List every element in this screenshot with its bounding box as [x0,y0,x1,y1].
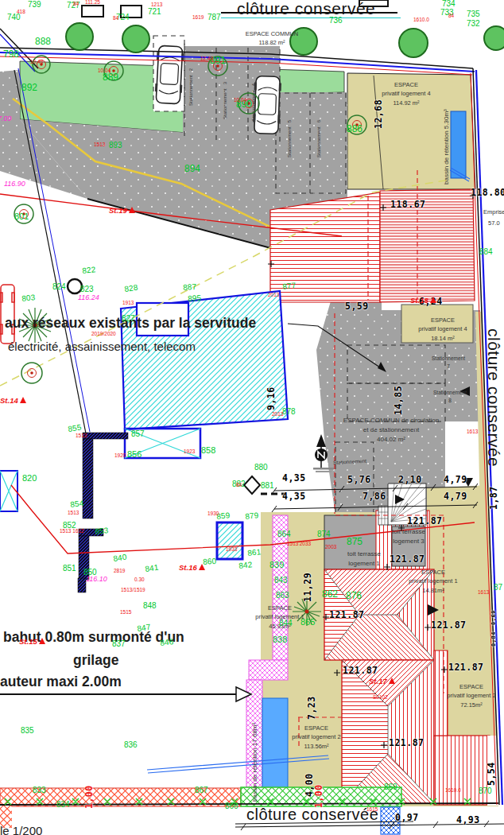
emprise-label-1: Emprise [483,208,504,216]
note-bahut-3: auteur maxi 2.00m [0,674,122,690]
private-area-log4-small [401,305,473,343]
title-south-fence: clôture conservée [246,806,378,824]
emprise-label-2: 57.0 [488,219,500,227]
note-bahut-2: grilage [73,652,118,669]
hip-roof-log2 [342,660,434,803]
title-north-fence: clôture conservée [237,0,375,18]
title-east-fence: clôture conservée [484,328,503,467]
scale-fragment: le 1/200 [0,824,42,835]
zone-label-bassin-right: bassin de rétention 5.30m³ [443,109,450,184]
note-servitude-1: aux réseaux existants par la servitude [5,315,256,332]
car-icon [253,76,281,134]
note-bahut-1: bahut 0.80m surmonté d'un [3,629,184,646]
car-icon [154,45,184,104]
retention-basin-left [262,698,288,802]
hip-roof-log1 [324,569,434,660]
note-servitude-2: électricité, assainissement, telecom [8,340,196,353]
zone-label-bassin-left: bassin de rétention 17.68m² [251,723,258,802]
plan-drawing [0,0,504,835]
blue-hatch-marker [381,807,400,834]
site-plan: clôture conservée clôture conservée clôt… [0,0,504,835]
